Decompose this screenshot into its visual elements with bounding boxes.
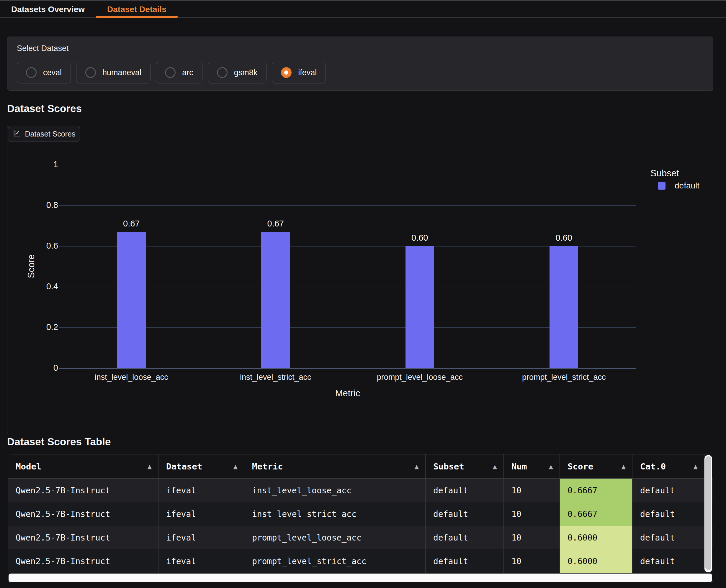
radio-circle-icon (165, 67, 176, 78)
y-axis-title: Score (14, 249, 49, 284)
column-header-label: Model (16, 462, 41, 471)
y-axis-tick-label: 0 (23, 363, 58, 373)
column-header-cat-0[interactable]: Cat.0▲ (632, 455, 704, 478)
vertical-scrollbar-thumb[interactable] (705, 456, 711, 570)
sort-arrow-icon[interactable]: ▲ (549, 463, 553, 470)
column-header-label: Num (511, 462, 527, 471)
cell-dataset[interactable]: ifeval (159, 479, 244, 502)
tab-datasets-overview[interactable]: Datasets Overview (0, 1, 96, 17)
legend-swatch[interactable] (658, 182, 666, 190)
cell-num[interactable]: 10 (504, 549, 560, 573)
column-header-label: Metric (252, 462, 283, 471)
radio-circle-icon (281, 67, 291, 78)
cell-metric[interactable]: prompt_level_strict_acc (244, 549, 426, 573)
bar-prompt_level_strict_acc[interactable] (549, 246, 578, 368)
radio-option-label: arc (182, 68, 193, 77)
bar-inst_level_strict_acc[interactable] (261, 232, 290, 368)
column-header-label: Dataset (166, 462, 202, 471)
cell-score[interactable]: 0.6667 (560, 479, 632, 502)
column-header-metric[interactable]: Metric▲ (244, 455, 426, 478)
cell-score[interactable]: 0.6000 (560, 526, 632, 549)
cell-metric[interactable]: prompt_level_loose_acc (244, 526, 426, 549)
cell-score[interactable]: 0.6667 (560, 502, 632, 526)
legend-entry-default[interactable]: default (674, 181, 700, 190)
cell-subset[interactable]: default (426, 526, 504, 549)
cell-dataset[interactable]: ifeval (159, 502, 244, 526)
cell-dataset[interactable]: ifeval (159, 549, 244, 573)
sort-arrow-icon[interactable]: ▲ (621, 463, 626, 470)
dataset-radio-ifeval[interactable]: ifeval (272, 62, 326, 83)
top-tab-bar: Datasets Overview Dataset Details (0, 1, 726, 18)
bar-prompt_level_loose_acc[interactable] (405, 246, 434, 368)
table-row: Qwen2.5-7B-Instructifevalprompt_level_st… (8, 549, 713, 573)
select-dataset-panel: Select Dataset cevalhumanevalarcgsm8kife… (7, 37, 713, 91)
dataset-scores-chart-panel: Dataset Scores Score00.20.40.60.810.67in… (7, 126, 713, 433)
radio-option-label: gsm8k (234, 68, 258, 77)
x-axis-tick-label: prompt_level_loose_acc (350, 373, 489, 382)
sort-arrow-icon[interactable]: ▲ (492, 463, 497, 470)
x-axis-tick-label: inst_level_loose_acc (62, 373, 201, 382)
cell-subset[interactable]: default (426, 549, 504, 573)
cell-num[interactable]: 10 (504, 526, 560, 549)
cell-metric[interactable]: inst_level_strict_acc (244, 502, 426, 526)
sort-arrow-icon[interactable]: ▲ (693, 463, 698, 470)
cell-model[interactable]: Qwen2.5-7B-Instruct (8, 549, 159, 573)
radio-option-label: humaneval (102, 68, 141, 77)
bar-value-label: 0.60 (543, 233, 585, 243)
table-horizontal-scrollbar[interactable] (8, 573, 712, 582)
cell-cat-0[interactable]: default (632, 502, 704, 526)
cell-cat-0[interactable]: default (632, 526, 704, 549)
bar-inst_level_loose_acc[interactable] (117, 232, 146, 368)
gridline (59, 205, 636, 206)
x-axis-tick-label: prompt_level_strict_acc (495, 373, 633, 382)
dataset-radio-gsm8k[interactable]: gsm8k (208, 62, 267, 83)
x-axis-tick-label: inst_level_strict_acc (206, 373, 345, 382)
column-header-score[interactable]: Score▲ (560, 455, 632, 478)
radio-circle-icon (217, 67, 227, 78)
dataset-radio-ceval[interactable]: ceval (17, 62, 71, 83)
y-axis-tick-label: 0.6 (23, 241, 58, 251)
tab-dataset-details[interactable]: Dataset Details (96, 1, 178, 17)
y-axis-tick-label: 0.4 (23, 281, 58, 291)
radio-circle-icon (85, 67, 96, 78)
x-axis-title: Metric (303, 388, 392, 399)
cell-subset[interactable]: default (426, 502, 504, 526)
cell-dataset[interactable]: ifeval (159, 526, 244, 549)
bar-chart: Score00.20.40.60.810.67inst_level_loose_… (7, 126, 713, 433)
dataset-radio-group: cevalhumanevalarcgsm8kifeval (17, 62, 326, 83)
radio-option-label: ifeval (298, 68, 317, 77)
cell-model[interactable]: Qwen2.5-7B-Instruct (8, 502, 159, 526)
cell-num[interactable]: 10 (504, 502, 560, 526)
cell-cat-0[interactable]: default (632, 479, 704, 502)
cell-model[interactable]: Qwen2.5-7B-Instruct (8, 526, 159, 549)
sort-arrow-icon[interactable]: ▲ (415, 463, 419, 470)
column-header-label: Cat.0 (640, 462, 666, 471)
column-header-dataset[interactable]: Dataset▲ (159, 455, 244, 478)
column-header-num[interactable]: Num▲ (504, 455, 560, 478)
table-body: Qwen2.5-7B-Instructifevalinst_level_loos… (8, 479, 713, 573)
chart-tab-chip[interactable]: Dataset Scores (8, 126, 80, 142)
y-axis-tick-label: 0.8 (23, 200, 58, 210)
sort-arrow-icon[interactable]: ▲ (147, 463, 152, 470)
cell-num[interactable]: 10 (504, 479, 560, 502)
table-row: Qwen2.5-7B-Instructifevalprompt_level_lo… (8, 526, 713, 549)
cell-metric[interactable]: inst_level_loose_acc (244, 479, 426, 502)
cell-score[interactable]: 0.6000 (560, 549, 632, 573)
dataset-radio-humaneval[interactable]: humaneval (76, 62, 150, 83)
radio-circle-icon (26, 67, 37, 78)
cell-subset[interactable]: default (426, 479, 504, 502)
cell-model[interactable]: Qwen2.5-7B-Instruct (8, 479, 159, 502)
sort-arrow-icon[interactable]: ▲ (233, 463, 238, 470)
column-header-model[interactable]: Model▲ (8, 455, 159, 478)
column-header-subset[interactable]: Subset▲ (426, 455, 504, 478)
cell-cat-0[interactable]: default (632, 549, 704, 573)
table-vertical-scrollbar[interactable] (704, 455, 712, 572)
bar-value-label: 0.67 (111, 219, 152, 229)
table-header-row: Model▲Dataset▲Metric▲Subset▲Num▲Score▲Ca… (8, 455, 713, 479)
select-dataset-label: Select Dataset (17, 44, 69, 53)
y-axis-tick-label: 0.2 (23, 322, 58, 332)
y-axis-tick-label: 1 (23, 160, 58, 169)
dataset-radio-arc[interactable]: arc (156, 62, 202, 83)
dataset-scores-table: Model▲Dataset▲Metric▲Subset▲Num▲Score▲Ca… (8, 454, 713, 583)
table-row: Qwen2.5-7B-Instructifevalinst_level_loos… (8, 479, 713, 502)
